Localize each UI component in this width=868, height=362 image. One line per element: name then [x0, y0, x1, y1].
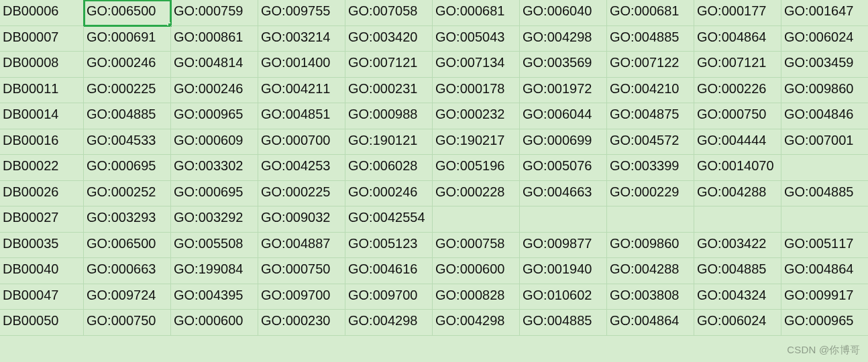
- data-cell[interactable]: GO:004298: [520, 26, 607, 52]
- data-cell[interactable]: GO:000600: [171, 310, 258, 336]
- data-cell[interactable]: GO:000246: [171, 78, 258, 104]
- row-id-cell[interactable]: DB00022: [0, 155, 84, 181]
- data-cell[interactable]: GO:004572: [607, 129, 694, 156]
- row-id-cell[interactable]: DB00040: [0, 258, 84, 284]
- data-cell[interactable]: GO:000609: [171, 129, 258, 156]
- data-cell[interactable]: GO:005508: [171, 233, 258, 259]
- data-cell[interactable]: GO:007121: [345, 52, 433, 78]
- data-cell[interactable]: GO:004298: [433, 310, 520, 336]
- data-cell[interactable]: GO:003569: [520, 52, 607, 78]
- data-cell[interactable]: GO:006500: [84, 233, 171, 259]
- data-cell[interactable]: GO:000965: [171, 103, 258, 129]
- data-cell[interactable]: GO:009877: [520, 233, 607, 259]
- data-cell[interactable]: GO:003420: [345, 26, 433, 52]
- data-cell[interactable]: GO:009700: [258, 284, 345, 310]
- data-cell[interactable]: GO:004851: [258, 103, 345, 129]
- data-cell[interactable]: GO:009755: [258, 0, 345, 26]
- data-cell[interactable]: GO:004395: [171, 284, 258, 310]
- data-cell[interactable]: GO:004875: [607, 103, 694, 129]
- data-cell[interactable]: GO:004885: [607, 26, 694, 52]
- data-cell[interactable]: GO:001647: [781, 0, 868, 26]
- data-cell[interactable]: GO:000750: [84, 310, 171, 336]
- data-cell[interactable]: GO:000663: [84, 258, 171, 284]
- data-cell[interactable]: GO:190121: [345, 129, 433, 156]
- data-cell[interactable]: GO:005076: [520, 155, 607, 181]
- data-cell[interactable]: GO:000225: [258, 181, 345, 207]
- data-cell[interactable]: GO:000861: [171, 26, 258, 52]
- data-cell[interactable]: GO:009917: [781, 284, 868, 310]
- data-cell[interactable]: GO:000681: [607, 0, 694, 26]
- data-cell[interactable]: GO:000228: [433, 181, 520, 207]
- data-cell[interactable]: GO:0042554: [345, 206, 433, 233]
- data-cell[interactable]: GO:000965: [781, 310, 868, 336]
- data-cell[interactable]: GO:004814: [171, 52, 258, 78]
- data-cell[interactable]: GO:007134: [433, 52, 520, 78]
- data-cell[interactable]: GO:000695: [84, 155, 171, 181]
- data-cell[interactable]: GO:004663: [520, 181, 607, 207]
- data-cell[interactable]: GO:005196: [433, 155, 520, 181]
- data-cell[interactable]: GO:009860: [607, 233, 694, 259]
- data-cell[interactable]: GO:009700: [345, 284, 433, 310]
- data-cell[interactable]: GO:004288: [607, 258, 694, 284]
- row-id-cell[interactable]: DB00008: [0, 52, 84, 78]
- data-cell[interactable]: GO:004864: [607, 310, 694, 336]
- data-cell[interactable]: GO:000246: [84, 52, 171, 78]
- data-cell[interactable]: GO:000828: [433, 284, 520, 310]
- data-cell[interactable]: GO:000700: [258, 129, 345, 156]
- data-cell[interactable]: GO:004288: [694, 181, 781, 207]
- data-cell[interactable]: GO:003459: [781, 52, 868, 78]
- row-id-cell[interactable]: DB00006: [0, 0, 84, 26]
- data-cell[interactable]: GO:000230: [258, 310, 345, 336]
- data-cell[interactable]: [520, 206, 607, 233]
- row-id-cell[interactable]: DB00011: [0, 78, 84, 104]
- data-cell[interactable]: GO:004887: [258, 233, 345, 259]
- data-cell[interactable]: GO:0014070: [694, 155, 781, 181]
- data-cell[interactable]: GO:003292: [171, 206, 258, 233]
- data-cell[interactable]: GO:000231: [345, 78, 433, 104]
- data-cell[interactable]: GO:000600: [433, 258, 520, 284]
- data-cell[interactable]: GO:001400: [258, 52, 345, 78]
- data-cell[interactable]: [433, 206, 520, 233]
- row-id-cell[interactable]: DB00007: [0, 26, 84, 52]
- data-cell[interactable]: GO:004885: [84, 103, 171, 129]
- data-cell[interactable]: GO:003293: [84, 206, 171, 233]
- data-cell[interactable]: GO:000225: [84, 78, 171, 104]
- data-cell[interactable]: GO:006028: [345, 155, 433, 181]
- row-id-cell[interactable]: DB00035: [0, 233, 84, 259]
- data-cell[interactable]: GO:000681: [433, 0, 520, 26]
- data-cell[interactable]: GO:004864: [694, 26, 781, 52]
- data-cell[interactable]: GO:006500: [84, 0, 171, 26]
- data-cell[interactable]: GO:000178: [433, 78, 520, 104]
- data-cell[interactable]: GO:006024: [781, 26, 868, 52]
- row-id-cell[interactable]: DB00047: [0, 284, 84, 310]
- data-cell[interactable]: GO:190217: [433, 129, 520, 156]
- data-cell[interactable]: GO:004210: [607, 78, 694, 104]
- data-cell[interactable]: GO:005123: [345, 233, 433, 259]
- data-cell[interactable]: GO:004211: [258, 78, 345, 104]
- data-cell[interactable]: GO:006040: [520, 0, 607, 26]
- data-cell[interactable]: GO:000695: [171, 181, 258, 207]
- row-id-cell[interactable]: DB00014: [0, 103, 84, 129]
- data-cell[interactable]: GO:000246: [345, 181, 433, 207]
- row-id-cell[interactable]: DB00050: [0, 310, 84, 336]
- data-cell[interactable]: [607, 206, 694, 233]
- data-cell[interactable]: GO:007058: [345, 0, 433, 26]
- data-cell[interactable]: GO:004885: [694, 258, 781, 284]
- data-cell[interactable]: GO:006024: [694, 310, 781, 336]
- data-cell[interactable]: GO:010602: [520, 284, 607, 310]
- data-cell[interactable]: GO:000988: [345, 103, 433, 129]
- data-cell[interactable]: GO:004444: [694, 129, 781, 156]
- data-cell[interactable]: [781, 155, 868, 181]
- data-cell[interactable]: GO:000226: [694, 78, 781, 104]
- data-cell[interactable]: GO:009860: [781, 78, 868, 104]
- data-cell[interactable]: GO:003808: [607, 284, 694, 310]
- data-cell[interactable]: GO:007121: [694, 52, 781, 78]
- data-cell[interactable]: GO:003302: [171, 155, 258, 181]
- data-cell[interactable]: GO:001940: [520, 258, 607, 284]
- data-cell[interactable]: GO:003214: [258, 26, 345, 52]
- data-cell[interactable]: GO:007001: [781, 129, 868, 156]
- data-cell[interactable]: GO:006044: [520, 103, 607, 129]
- data-cell[interactable]: GO:009032: [258, 206, 345, 233]
- data-cell[interactable]: GO:000252: [84, 181, 171, 207]
- data-cell[interactable]: GO:003399: [607, 155, 694, 181]
